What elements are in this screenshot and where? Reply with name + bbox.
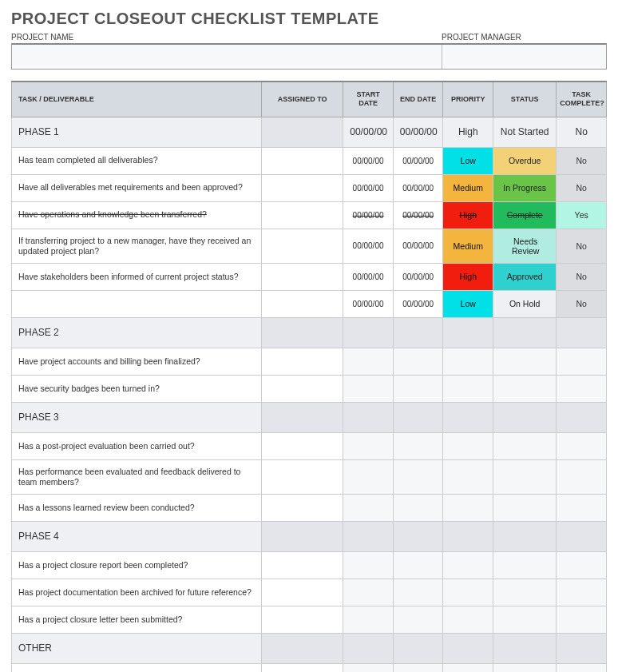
complete-cell[interactable]: No — [557, 117, 607, 147]
empty-cell[interactable] — [557, 522, 607, 552]
empty-cell[interactable] — [493, 634, 557, 664]
empty-cell[interactable] — [343, 317, 394, 348]
start-date-cell[interactable]: 00/00/00 — [343, 117, 394, 147]
empty-cell[interactable] — [393, 552, 443, 579]
empty-cell[interactable] — [443, 432, 493, 459]
assigned-cell[interactable] — [262, 348, 343, 375]
empty-cell[interactable] — [393, 522, 443, 552]
status-cell[interactable]: Needs Review — [493, 229, 557, 263]
assigned-cell[interactable] — [262, 290, 343, 317]
task-cell[interactable]: Has a lessons learned review been conduc… — [12, 495, 262, 522]
task-cell[interactable]: PHASE 3 — [12, 402, 262, 432]
empty-cell[interactable] — [557, 317, 607, 348]
complete-cell[interactable]: No — [557, 174, 607, 201]
empty-cell[interactable] — [557, 348, 607, 375]
empty-cell[interactable] — [493, 522, 557, 552]
empty-cell[interactable] — [343, 375, 394, 402]
task-cell[interactable]: Has a project closure letter been submit… — [12, 606, 262, 634]
empty-cell[interactable] — [557, 432, 607, 459]
complete-cell[interactable]: No — [557, 229, 607, 263]
empty-cell[interactable] — [443, 634, 493, 664]
task-cell[interactable]: Have project accounts and billing been f… — [12, 348, 262, 375]
assigned-cell[interactable] — [262, 229, 343, 263]
task-cell[interactable] — [12, 290, 262, 317]
status-cell[interactable]: On Hold — [493, 290, 557, 317]
task-cell[interactable]: Have operations and knowledge been trans… — [12, 201, 262, 229]
end-date-cell[interactable]: 00/00/00 — [393, 147, 443, 174]
end-date-cell[interactable]: 00/00/00 — [393, 201, 443, 229]
complete-cell[interactable]: No — [557, 263, 607, 290]
task-cell[interactable]: PHASE 2 — [12, 317, 262, 348]
status-cell[interactable]: Complete — [493, 201, 557, 229]
task-cell[interactable]: Has a project closure report been comple… — [12, 552, 262, 579]
status-cell[interactable]: In Progress — [493, 174, 557, 201]
empty-cell[interactable] — [493, 432, 557, 459]
empty-cell[interactable] — [393, 579, 443, 606]
empty-cell[interactable] — [557, 459, 607, 494]
priority-cell[interactable]: Low — [443, 147, 493, 174]
empty-cell[interactable] — [393, 634, 443, 664]
assigned-cell[interactable] — [262, 459, 343, 494]
empty-cell[interactable] — [343, 432, 394, 459]
assigned-cell[interactable] — [262, 317, 343, 348]
task-cell[interactable]: Has performance been evaluated and feedb… — [12, 459, 262, 494]
empty-cell[interactable] — [343, 459, 394, 494]
status-cell[interactable]: Approved — [493, 263, 557, 290]
task-cell[interactable]: Has a post-project evaluation been carri… — [12, 432, 262, 459]
assigned-cell[interactable] — [262, 522, 343, 552]
empty-cell[interactable] — [443, 375, 493, 402]
start-date-cell[interactable]: 00/00/00 — [343, 229, 394, 263]
empty-cell[interactable] — [557, 495, 607, 522]
assigned-cell[interactable] — [262, 432, 343, 459]
assigned-cell[interactable] — [262, 147, 343, 174]
assigned-cell[interactable] — [262, 664, 343, 673]
complete-cell[interactable]: Yes — [557, 201, 607, 229]
empty-cell[interactable] — [393, 375, 443, 402]
start-date-cell[interactable]: 00/00/00 — [343, 174, 394, 201]
empty-cell[interactable] — [557, 552, 607, 579]
empty-cell[interactable] — [393, 459, 443, 494]
empty-cell[interactable] — [393, 606, 443, 634]
empty-cell[interactable] — [493, 375, 557, 402]
priority-cell[interactable]: High — [443, 117, 493, 147]
empty-cell[interactable] — [443, 579, 493, 606]
task-cell[interactable]: Have security badges been turned in? — [12, 375, 262, 402]
end-date-cell[interactable]: 00/00/00 — [393, 174, 443, 201]
empty-cell[interactable] — [493, 317, 557, 348]
empty-cell[interactable] — [343, 552, 394, 579]
empty-cell[interactable] — [443, 348, 493, 375]
empty-cell[interactable] — [557, 634, 607, 664]
task-cell[interactable]: Has team completed all deliverables? — [12, 147, 262, 174]
empty-cell[interactable] — [493, 348, 557, 375]
empty-cell[interactable] — [493, 495, 557, 522]
status-cell[interactable]: Not Started — [493, 117, 557, 147]
end-date-cell[interactable]: 00/00/00 — [393, 263, 443, 290]
empty-cell[interactable] — [493, 606, 557, 634]
priority-cell[interactable]: High — [443, 263, 493, 290]
project-manager-input[interactable] — [442, 45, 606, 69]
task-cell[interactable]: PHASE 1 — [12, 117, 262, 147]
empty-cell[interactable] — [443, 664, 493, 673]
assigned-cell[interactable] — [262, 552, 343, 579]
start-date-cell[interactable]: 00/00/00 — [343, 263, 394, 290]
assigned-cell[interactable] — [262, 263, 343, 290]
empty-cell[interactable] — [343, 634, 394, 664]
assigned-cell[interactable] — [262, 201, 343, 229]
empty-cell[interactable] — [393, 317, 443, 348]
empty-cell[interactable] — [443, 606, 493, 634]
empty-cell[interactable] — [557, 579, 607, 606]
task-cell[interactable]: PHASE 4 — [12, 522, 262, 552]
empty-cell[interactable] — [393, 348, 443, 375]
empty-cell[interactable] — [443, 552, 493, 579]
empty-cell[interactable] — [493, 664, 557, 673]
empty-cell[interactable] — [343, 579, 394, 606]
priority-cell[interactable]: High — [443, 201, 493, 229]
empty-cell[interactable] — [557, 375, 607, 402]
assigned-cell[interactable] — [262, 402, 343, 432]
task-cell[interactable]: If transferring project to a new manager… — [12, 229, 262, 263]
empty-cell[interactable] — [443, 459, 493, 494]
task-cell[interactable]: Have stakeholders been informed of curre… — [12, 263, 262, 290]
start-date-cell[interactable]: 00/00/00 — [343, 147, 394, 174]
priority-cell[interactable]: Medium — [443, 174, 493, 201]
assigned-cell[interactable] — [262, 495, 343, 522]
